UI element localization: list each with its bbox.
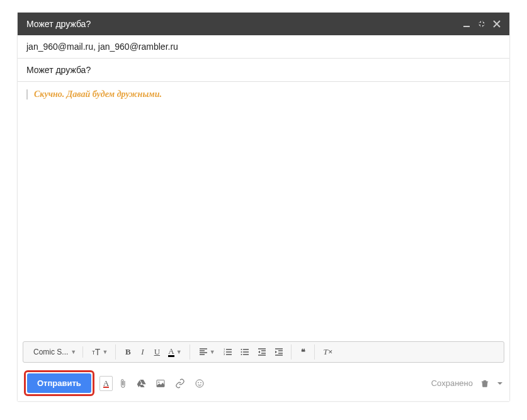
indent-more-button[interactable] bbox=[271, 344, 287, 360]
svg-text:3: 3 bbox=[224, 353, 225, 356]
formatting-toolbar: Comic S... ▼ тT ▼ B I U A ▼ ▼ 1 bbox=[23, 341, 504, 363]
header-controls bbox=[463, 20, 501, 28]
bottom-right-controls: Сохранено bbox=[431, 378, 503, 389]
align-button[interactable]: ▼ bbox=[195, 344, 219, 360]
attach-file-icon[interactable] bbox=[118, 378, 128, 389]
collapse-icon[interactable] bbox=[478, 20, 485, 28]
svg-point-8 bbox=[159, 382, 160, 383]
insert-link-icon[interactable] bbox=[174, 378, 186, 389]
text-color-button[interactable]: A ▼ bbox=[164, 344, 185, 360]
compose-title: Может дружба? bbox=[26, 19, 91, 29]
svg-point-9 bbox=[196, 380, 203, 387]
svg-point-6 bbox=[241, 354, 242, 355]
font-size-button[interactable]: тT ▼ bbox=[88, 344, 111, 360]
numbered-list-button[interactable]: 123 bbox=[220, 344, 236, 360]
drive-icon[interactable] bbox=[137, 378, 147, 389]
close-icon[interactable] bbox=[493, 20, 501, 28]
svg-rect-0 bbox=[463, 26, 470, 27]
send-button[interactable]: Отправить bbox=[27, 373, 91, 393]
bottom-toolbar: Отправить A Сохранено bbox=[18, 365, 509, 401]
subject-field[interactable]: Может дружба? bbox=[18, 59, 509, 82]
discard-draft-icon[interactable] bbox=[480, 378, 489, 389]
chevron-down-icon: ▼ bbox=[71, 349, 76, 355]
insert-photo-icon[interactable] bbox=[156, 378, 166, 389]
formatting-toggle-button[interactable]: A bbox=[99, 376, 113, 391]
compose-header: Может дружба? bbox=[18, 13, 509, 35]
quote-button[interactable]: ❝ bbox=[297, 344, 310, 360]
chevron-down-icon: ▼ bbox=[176, 349, 182, 355]
emoji-icon[interactable] bbox=[195, 378, 205, 389]
underline-button[interactable]: U bbox=[150, 344, 164, 360]
chevron-down-icon: ▼ bbox=[210, 349, 215, 355]
send-button-highlight: Отправить bbox=[24, 370, 94, 396]
attachment-icons bbox=[118, 378, 205, 389]
svg-point-5 bbox=[241, 351, 242, 353]
italic-button[interactable]: I bbox=[135, 344, 149, 360]
chevron-down-icon: ▼ bbox=[102, 349, 108, 355]
svg-point-10 bbox=[198, 382, 199, 383]
recipients-field[interactable]: jan_960@mail.ru, jan_960@rambler.ru bbox=[18, 35, 509, 59]
saved-status-label: Сохранено bbox=[431, 378, 473, 388]
more-options-icon[interactable] bbox=[497, 378, 503, 389]
remove-formatting-button[interactable]: T✕ bbox=[320, 344, 337, 360]
font-family-label: Comic S... bbox=[33, 348, 68, 356]
minimize-icon[interactable] bbox=[463, 20, 470, 28]
svg-point-4 bbox=[241, 349, 242, 350]
svg-point-11 bbox=[200, 382, 201, 383]
indent-less-button[interactable] bbox=[254, 344, 270, 360]
compose-window: Может дружба? jan_960@mail.ru, jan_960@r… bbox=[18, 13, 509, 401]
bold-button[interactable]: B bbox=[121, 344, 135, 360]
quoted-text[interactable]: Скучно. Давай будем дружными. bbox=[26, 89, 501, 99]
message-body[interactable]: Скучно. Давай будем дружными. bbox=[18, 82, 509, 341]
bullet-list-button[interactable] bbox=[237, 344, 253, 360]
font-family-select[interactable]: Comic S... ▼ bbox=[31, 346, 79, 358]
